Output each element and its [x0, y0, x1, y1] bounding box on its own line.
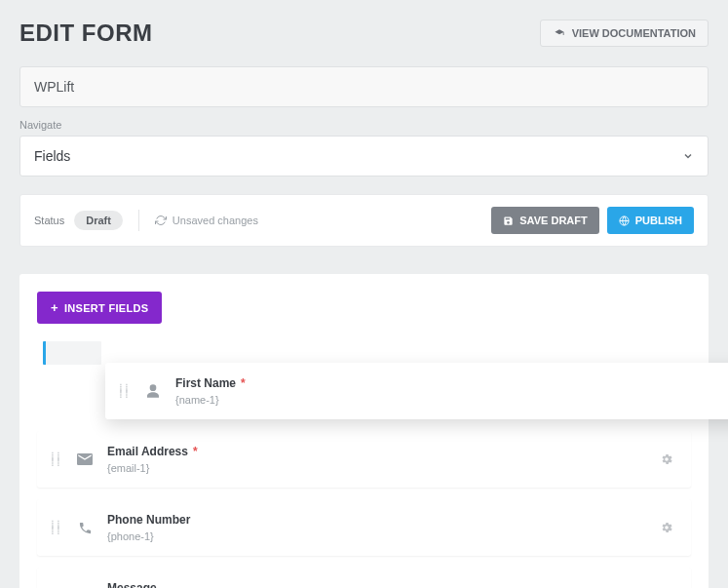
- grip-icon[interactable]: ⁞⁞⁞⁞: [119, 385, 131, 397]
- gear-icon[interactable]: [656, 449, 677, 470]
- field-merge-tag: {email-1}: [107, 462, 656, 474]
- save-draft-button[interactable]: SAVE DRAFT: [491, 207, 598, 234]
- drop-indicator: [43, 341, 101, 365]
- field-merge-tag: {name-1}: [175, 394, 724, 406]
- field-label: Message: [107, 581, 157, 588]
- navigate-label: Navigate: [19, 119, 709, 131]
- field-row[interactable]: ⁞⁞⁞⁞ Phone Number {phone-1}: [37, 499, 691, 556]
- publish-button[interactable]: PUBLISH: [607, 207, 694, 234]
- navigate-value: Fields: [34, 148, 70, 164]
- cap-icon: [553, 28, 566, 38]
- unsaved-changes: Unsaved changes: [155, 215, 258, 226]
- fields-panel: + INSERT FIELDS ⁞⁞⁞⁞ First Name * {name-…: [19, 274, 709, 588]
- view-documentation-button[interactable]: VIEW DOCUMENTATION: [540, 20, 709, 47]
- save-draft-label: SAVE DRAFT: [519, 215, 587, 226]
- gear-icon[interactable]: [724, 380, 728, 402]
- unsaved-label: Unsaved changes: [172, 215, 258, 226]
- phone-icon: [76, 521, 94, 535]
- divider: [138, 210, 139, 231]
- grip-icon[interactable]: ⁞⁞⁞⁞: [51, 453, 62, 465]
- person-icon: [144, 383, 162, 399]
- field-label: Email Address: [107, 445, 188, 458]
- required-indicator: *: [241, 376, 246, 390]
- field-row[interactable]: ⁞⁞⁞⁞ Email Address * {email-1}: [37, 431, 691, 488]
- mail-icon: [76, 453, 94, 465]
- refresh-icon: [155, 215, 167, 226]
- status-label: Status: [34, 215, 64, 226]
- globe-icon: [619, 216, 630, 226]
- insert-fields-button[interactable]: + INSERT FIELDS: [37, 292, 162, 324]
- insert-fields-label: INSERT FIELDS: [64, 302, 148, 314]
- fields-list: ⁞⁞⁞⁞ First Name * {name-1} ⁞⁞⁞⁞: [19, 341, 709, 588]
- field-label: First Name: [175, 376, 236, 390]
- navigate-select[interactable]: Fields: [19, 136, 709, 176]
- field-label: Phone Number: [107, 513, 190, 527]
- field-row[interactable]: ⁞⁞⁞⁞ Message {textarea-1}: [37, 568, 691, 588]
- publish-label: PUBLISH: [635, 215, 682, 226]
- view-documentation-label: VIEW DOCUMENTATION: [572, 27, 696, 39]
- status-bar: Status Draft Unsaved changes SAVE DRAFT …: [19, 194, 709, 247]
- gear-icon[interactable]: [656, 517, 677, 538]
- field-row[interactable]: ⁞⁞⁞⁞ First Name * {name-1}: [105, 363, 728, 419]
- page-title: EDIT FORM: [19, 20, 153, 47]
- form-name-input[interactable]: [19, 66, 709, 107]
- chevron-down-icon: [682, 150, 694, 162]
- plus-icon: +: [51, 300, 58, 315]
- save-icon: [503, 216, 514, 226]
- field-merge-tag: {phone-1}: [107, 530, 656, 542]
- grip-icon[interactable]: ⁞⁞⁞⁞: [51, 522, 62, 533]
- status-badge: Draft: [74, 211, 123, 230]
- required-indicator: *: [193, 445, 198, 458]
